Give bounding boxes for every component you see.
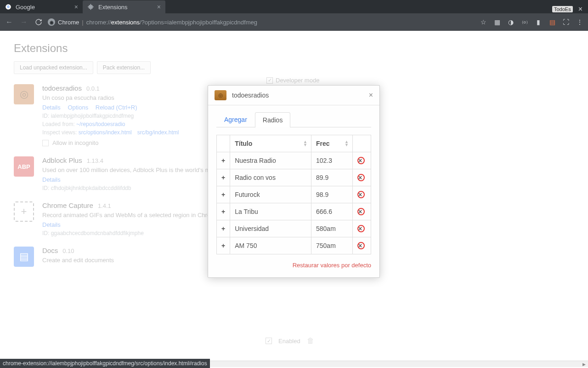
table-row: +Radio con vos89.9× bbox=[217, 169, 371, 186]
close-icon[interactable]: × bbox=[369, 91, 373, 99]
star-icon[interactable]: ☆ bbox=[479, 18, 488, 26]
ext-icon-3[interactable]: （o） bbox=[520, 18, 529, 26]
delete-icon[interactable]: × bbox=[353, 237, 371, 254]
delete-icon[interactable]: × bbox=[353, 203, 371, 220]
forward-button[interactable]: → bbox=[18, 17, 29, 28]
tab-label: Extensions bbox=[98, 4, 128, 11]
tab-radios[interactable]: Radios bbox=[255, 112, 291, 127]
delete-icon[interactable]: × bbox=[353, 152, 371, 169]
add-icon[interactable]: + bbox=[217, 169, 230, 186]
menu-icon[interactable]: ⋮ bbox=[575, 18, 584, 26]
tab-label: Google bbox=[16, 4, 35, 11]
delete-icon[interactable]: × bbox=[353, 220, 371, 237]
ext-icon-5[interactable]: ▤ bbox=[548, 18, 557, 26]
add-icon[interactable]: + bbox=[217, 220, 230, 237]
add-icon[interactable]: + bbox=[217, 237, 230, 254]
options-modal: ◎ todoesradios × Agregar Radios Título▲▼… bbox=[208, 85, 380, 278]
tab-extensions[interactable]: Extensions × bbox=[83, 0, 165, 13]
table-row: +La Tribu666.6× bbox=[217, 203, 371, 220]
toolbar-actions: ☆ ▦ ◑ （o） ▮ ▤ ⛶ ⋮ bbox=[479, 18, 584, 26]
delete-icon[interactable]: × bbox=[353, 169, 371, 186]
radio-title: Nuestra Radio bbox=[230, 152, 311, 169]
table-row: +Futurock98.9× bbox=[217, 186, 371, 203]
tab-strip: G Google × Extensions × TodoEs × bbox=[0, 0, 588, 13]
sort-icon: ▲▼ bbox=[345, 140, 349, 147]
scroll-right-icon[interactable]: ▶ bbox=[580, 361, 588, 367]
add-icon[interactable]: + bbox=[217, 203, 230, 220]
add-icon[interactable]: + bbox=[217, 152, 230, 169]
table-row: +Universidad580am× bbox=[217, 220, 371, 237]
radio-freq: 666.6 bbox=[311, 203, 353, 220]
modal-extension-icon: ◎ bbox=[215, 90, 226, 100]
col-add bbox=[217, 135, 230, 152]
site-info-icon[interactable]: ◉ bbox=[48, 18, 55, 26]
status-text: chrome-extension://ialembpjphojipbolffak… bbox=[3, 360, 207, 367]
ext-icon-4[interactable]: ▮ bbox=[534, 18, 543, 26]
svg-text:G: G bbox=[7, 5, 10, 8]
radio-freq: 750am bbox=[311, 237, 353, 254]
col-title[interactable]: Título▲▼ bbox=[230, 135, 311, 152]
col-freq[interactable]: Frec▲▼ bbox=[311, 135, 353, 152]
google-favicon: G bbox=[5, 3, 12, 11]
extension-badge[interactable]: TodoEs bbox=[552, 6, 573, 12]
add-icon[interactable]: + bbox=[217, 186, 230, 203]
url-prefix: Chrome bbox=[58, 19, 79, 26]
close-icon[interactable]: × bbox=[74, 3, 78, 11]
radio-freq: 580am bbox=[311, 220, 353, 237]
radio-freq: 98.9 bbox=[311, 186, 353, 203]
back-button[interactable]: ← bbox=[4, 17, 15, 28]
radio-freq: 102.3 bbox=[311, 152, 353, 169]
tab-agregar[interactable]: Agregar bbox=[216, 112, 255, 127]
extensions-favicon bbox=[87, 3, 95, 11]
window-close-icon[interactable]: × bbox=[576, 5, 585, 13]
radio-title: Futurock bbox=[230, 186, 311, 203]
toolbar: ← → ◉ Chrome | chrome://extensions/?opti… bbox=[0, 13, 588, 31]
radio-title: AM 750 bbox=[230, 237, 311, 254]
modal-title: todoesradios bbox=[232, 92, 269, 99]
modal-tabs: Agregar Radios bbox=[216, 112, 371, 127]
radio-title: Radio con vos bbox=[230, 169, 311, 186]
col-delete bbox=[353, 135, 371, 152]
radio-title: Universidad bbox=[230, 220, 311, 237]
address-bar[interactable]: ◉ Chrome | chrome://extensions/?options=… bbox=[48, 18, 475, 26]
browser-chrome: G Google × Extensions × TodoEs × ← → ◉ C… bbox=[0, 0, 588, 31]
ext-icon-2[interactable]: ◑ bbox=[506, 18, 515, 26]
status-bar: chrome-extension://ialembpjphojipbolffak… bbox=[0, 359, 210, 368]
reload-button[interactable] bbox=[33, 17, 44, 28]
ext-icon-1[interactable]: ▦ bbox=[492, 18, 502, 26]
tab-google[interactable]: G Google × bbox=[0, 0, 83, 13]
table-row: +Nuestra Radio102.3× bbox=[217, 152, 371, 169]
table-row: +AM 750750am× bbox=[217, 237, 371, 254]
restore-defaults-link[interactable]: Restaurar valores por defecto bbox=[293, 262, 371, 269]
close-icon[interactable]: × bbox=[157, 3, 161, 11]
sort-icon: ▲▼ bbox=[303, 140, 307, 147]
radios-table: Título▲▼ Frec▲▼ +Nuestra Radio102.3×+Rad… bbox=[216, 135, 371, 254]
delete-icon[interactable]: × bbox=[353, 186, 371, 203]
fullscreen-icon[interactable]: ⛶ bbox=[561, 18, 571, 26]
radio-freq: 89.9 bbox=[311, 169, 353, 186]
radio-title: La Tribu bbox=[230, 203, 311, 220]
